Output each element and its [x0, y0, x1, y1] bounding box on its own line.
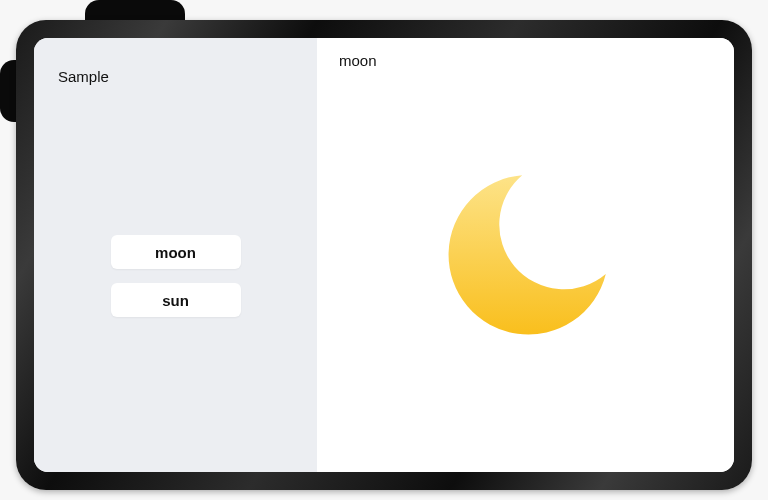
sidebar: Sample moon sun	[34, 38, 317, 472]
sidebar-item-label: sun	[162, 292, 189, 309]
sidebar-title: Sample	[58, 68, 293, 85]
content-icon-wrap	[317, 38, 734, 472]
content-pane: moon	[317, 38, 734, 472]
tablet-frame: Sample moon sun moon	[16, 20, 752, 490]
sidebar-item-sun[interactable]: sun	[111, 283, 241, 317]
sidebar-item-moon[interactable]: moon	[111, 235, 241, 269]
sidebar-menu: moon sun	[58, 235, 293, 317]
moon-icon	[431, 160, 621, 350]
screen: Sample moon sun moon	[34, 38, 734, 472]
sidebar-item-label: moon	[155, 244, 196, 261]
